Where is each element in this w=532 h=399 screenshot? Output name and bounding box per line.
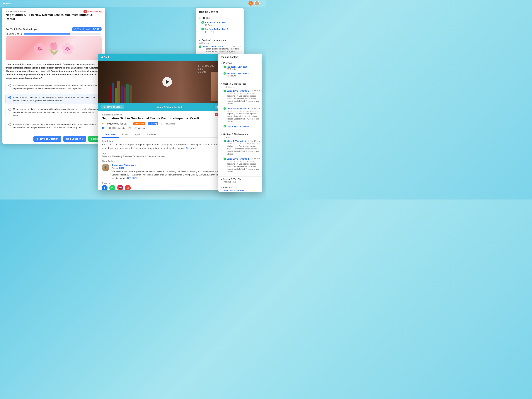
fs-pretest-toggle[interactable]: ▼ Pre-Test	[221, 61, 260, 65]
whatsapp-icon[interactable]: ✆	[109, 185, 115, 190]
video-title-row-1: Video 1: Video Cerita 1 1hr 17 min	[203, 45, 241, 48]
email-icon[interactable]: ✉	[125, 185, 131, 190]
prev-video-button[interactable]: ◀ Previous Video	[101, 105, 124, 109]
chevron-icon: ▼	[199, 39, 201, 41]
fs-posttest-title[interactable]: Post-Test 1: End Test	[223, 190, 260, 192]
prev-question-button[interactable]: ◀ Previous Question	[33, 136, 61, 142]
dropdown-icon[interactable]: ▼	[261, 2, 263, 4]
fs-posttest-chevron: ▲	[221, 187, 222, 189]
students-count: 1,000,000 students	[108, 127, 125, 129]
radio-btn-2[interactable]	[8, 96, 11, 99]
avatar[interactable]	[254, 1, 260, 6]
video-player[interactable]: THE BOOKSTEPCLUB	[98, 61, 236, 103]
fs-s1-quiz-text: Quiz 1: Quiz 1of Section 1	[227, 125, 252, 127]
play-button[interactable]	[162, 77, 172, 87]
rating-text: 4.9 (100,000 ratings)	[107, 122, 127, 125]
see-more-link[interactable]: See More	[186, 147, 196, 149]
radio-btn-4[interactable]	[8, 123, 11, 126]
sidebar-item-title-1[interactable]: ✓ Pre-Test 1: Start Test	[201, 21, 241, 24]
fs-pretest-section: ▼ Pre-Test ✓ Pre-Test 1: Start Test 📋 Re…	[218, 60, 262, 79]
fs-s1-v2-desc: Lorem ipsum dolor sit amet, consectetur …	[223, 110, 260, 123]
video-check-1: ✓	[199, 45, 201, 48]
minutes-count: 180 Minutes	[134, 127, 145, 129]
answer-item-1[interactable]: Cras varius maximus odio ornare tempus. …	[6, 82, 101, 92]
fs-s1-v2-title[interactable]: ✓ Video 2: Video Cerita 2 1hr 17 min	[223, 107, 260, 110]
fs-s1-v1-title[interactable]: ✓ Video 1: Video Cerita 1 1hr 17 min	[223, 90, 260, 92]
tab-overview[interactable]: Overview	[101, 132, 119, 138]
fs-section3-toggle[interactable]: ▲ Section 3: The Blue	[221, 178, 260, 180]
answer-text-3: Mauris commodo, diam ut rhoncus sagittis…	[13, 108, 99, 117]
fs-posttest-start-icon: ▶	[227, 192, 228, 192]
content-area: Business Development Video Training Nego…	[98, 111, 236, 190]
fs-s1-v2-duration: 1hr 17 min	[250, 108, 260, 109]
sidebar-item-title-2[interactable]: ✓ Pre-Test 1: Start Test 2	[201, 28, 241, 30]
sidebar-sub-text-2: Results	[208, 31, 215, 33]
submit-label: Submit	[91, 138, 99, 140]
tab-reviews[interactable]: Reviews	[144, 132, 159, 138]
sidebar-item-row-1: ✓ Pre-Test 1: Start Test 📋 Results	[199, 20, 241, 27]
answer-item-4[interactable]: Ellentesque mattis ligula vel fringilla …	[6, 121, 101, 131]
fs-check-1: ✓	[223, 66, 226, 68]
fs-divider-2	[218, 130, 262, 130]
results-icon-1: 📋	[205, 24, 207, 26]
fs-pretest-title-1[interactable]: ✓ Pre-Test 1: Start Test	[223, 66, 260, 68]
quiz-vt-label: Video Training	[88, 11, 101, 13]
tab-qa[interactable]: Q&A	[132, 132, 144, 138]
prev-video-label: ◀ Previous Video	[103, 106, 122, 108]
timer-label: Time Remaining	[77, 28, 92, 30]
video-duration-1: 1hr 17 min	[232, 46, 241, 48]
section1-header: ▼ Section 1: Introduction	[199, 39, 241, 42]
trainer-name[interactable]: Jazak Yus Afriansyah	[112, 164, 233, 166]
main-back-button[interactable]: ◀ Back	[101, 56, 109, 58]
trainer-bio: 25+ years Professional Experience: 8+ ye…	[112, 170, 233, 180]
meta-row2: 👥 1,000,000 students 🕐 180 Minutes	[101, 127, 233, 129]
answer-item-3[interactable]: Mauris commodo, diam ut rhoncus sagittis…	[6, 106, 101, 119]
fs-section1-toggle[interactable]: ▼ Section 1: Introduction	[221, 82, 260, 86]
video-title-1[interactable]: Video 1: Video Cerita 1	[203, 45, 232, 48]
fs-s1-v1-desc: Lorem ipsum dolor sit amet, consectetur …	[223, 92, 260, 105]
pretest-toggle[interactable]: ▼ Pre-Test	[199, 17, 241, 19]
question-text: Lorem ipsum dolor sit amet, consectetur …	[2, 63, 105, 80]
fs-section1-label: Section 1: Introduction	[223, 83, 247, 85]
back-button[interactable]: ◀ Back	[3, 2, 12, 5]
sidebar-sub-2: 📋 Results	[201, 31, 241, 33]
tabs-row: Overview Notes Q&A Reviews	[101, 132, 233, 138]
not-available-text: Not Available	[165, 123, 177, 125]
fs-pretest-item-2: ✓ Pre-Test 2: Start Test 2 📋 Results	[221, 71, 260, 78]
main-back-bar: ◀ Back 🔔 ▼	[98, 54, 236, 61]
fs-pretest-sub-2: 📋 Results	[223, 75, 260, 77]
quiz-header: Business Development Video Training Nego…	[2, 8, 105, 27]
next-q-label: Next Question ▶	[66, 138, 83, 140]
trainer-badge: Pro	[119, 167, 125, 169]
fs-posttest-toggle[interactable]: ▲ Post-Test	[221, 187, 260, 189]
fs-s2-v2-title[interactable]: ✓ Video 2: Video Cerita 2 1hr 17 min	[223, 158, 260, 160]
fs-s3-meta: Materials Quiz	[221, 180, 260, 184]
fs-section2-toggle[interactable]: ▼ Section 2: The Macaroon	[221, 132, 260, 136]
answer-text-2: Vivamus luctus, ipsum sed tincidunt feug…	[13, 96, 99, 102]
fs-s2-materials-label: Materials	[228, 136, 235, 138]
fs-posttest: ▲ Post-Test Post-Test 1: End Test ▶ Star…	[218, 186, 262, 192]
answer-item-2[interactable]: Vivamus luctus, ipsum sed tincidunt feug…	[6, 94, 101, 104]
fs-s1-quiz-title[interactable]: ✓ Quiz 1: Quiz 1of Section 1	[223, 125, 260, 127]
instagram-icon[interactable]: 📷	[117, 185, 123, 190]
facebook-icon[interactable]: f	[101, 185, 108, 190]
fs-s1-v1-check: ✓	[223, 90, 226, 92]
sidebar-sub-text-1: Results	[208, 24, 215, 26]
fs-sub-text-2: Results	[230, 75, 236, 77]
trainer-see-more[interactable]: See More	[127, 177, 137, 179]
tab-qa-label: Q&A	[135, 133, 140, 136]
fs-pretest-text-2: Pre-Test 2: Start Test 2	[227, 72, 249, 75]
trainer-role: Trainer Pro	[112, 167, 233, 169]
radio-btn-1[interactable]	[8, 84, 11, 87]
fs-divider-4	[218, 185, 262, 185]
sidebar-sub-1: 📋 Results	[201, 24, 241, 26]
book-1	[109, 86, 111, 103]
fs-s2-v1-title[interactable]: ✓ Video 1: Video Cerita 1 1hr 17 min	[223, 140, 260, 142]
notification-icon[interactable]: 🔔	[248, 1, 253, 6]
fs-section2: ▼ Section 2: The Macaroon ⊞ Materials ✓ …	[218, 131, 262, 176]
next-question-button[interactable]: Next Question ▶	[63, 136, 86, 142]
fs-pretest-title-2[interactable]: ✓ Pre-Test 2: Start Test 2	[223, 72, 260, 75]
radio-btn-3[interactable]	[8, 108, 11, 111]
tab-notes[interactable]: Notes	[119, 132, 132, 138]
fs-materials-icon: ⊞	[226, 86, 227, 88]
